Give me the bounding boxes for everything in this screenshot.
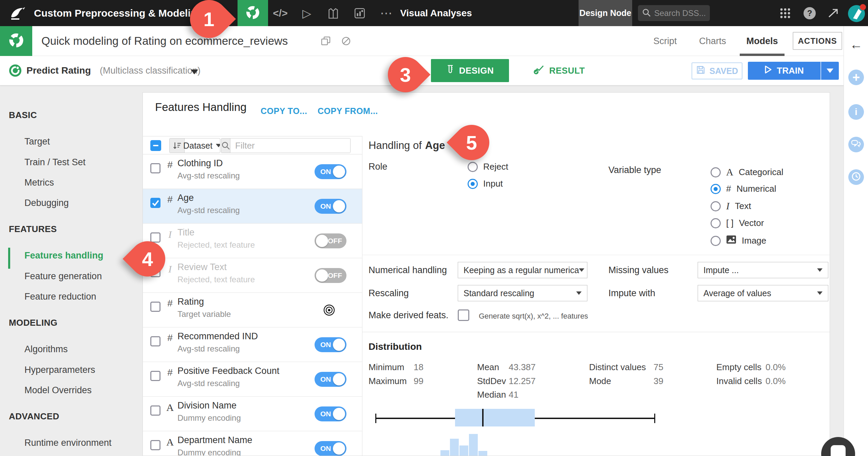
filter-input[interactable] <box>230 138 351 153</box>
missing-values-select[interactable]: Impute ... <box>698 262 828 278</box>
row-checkbox[interactable] <box>150 198 161 208</box>
result-tab-button[interactable]: RESULT <box>525 56 593 85</box>
feature-toggle[interactable]: OFF <box>315 233 346 248</box>
sidebar-item-algorithms[interactable]: Algorithms <box>24 344 68 355</box>
feature-toggle[interactable]: OFF <box>315 268 346 283</box>
rescaling-select[interactable]: Standard rescaling <box>458 285 587 301</box>
numeric-type-icon: # <box>165 367 175 378</box>
vtype-option-image[interactable]: Image <box>711 235 766 246</box>
feature-row-age[interactable]: # Age Avg-std rescaling ON <box>143 189 362 224</box>
chevron-down-icon <box>216 144 220 147</box>
notebook-dashboard-icon[interactable] <box>347 0 372 26</box>
user-avatar[interactable] <box>848 4 867 22</box>
row-checkbox[interactable] <box>150 163 161 173</box>
histogram-bar <box>440 450 449 456</box>
trend-arrow-icon[interactable] <box>821 0 846 26</box>
help-icon[interactable]: ? <box>797 0 822 26</box>
actions-button[interactable]: ACTIONS <box>793 32 842 50</box>
feature-toggle[interactable]: ON <box>315 372 346 387</box>
train-dropdown-caret[interactable] <box>821 62 839 80</box>
copy-from-link[interactable]: COPY FROM... <box>318 106 378 116</box>
duplicate-icon[interactable] <box>316 26 335 56</box>
chevron-down-icon <box>817 291 823 295</box>
derived-feats-checkbox[interactable] <box>458 309 469 321</box>
role-option-input[interactable]: Input <box>468 178 503 189</box>
feature-row-division-name[interactable]: A Division Name Dummy encoding ON <box>143 397 362 431</box>
feature-row-department-name[interactable]: A Department Name Dummy encoding ON <box>143 431 362 456</box>
saved-button[interactable]: SAVED <box>692 62 742 79</box>
sidebar-item-train-test-set[interactable]: Train / Test Set <box>24 157 86 168</box>
sidebar-section-modeling: MODELING <box>9 318 57 328</box>
vtype-option-vector[interactable]: [ ] Vector <box>711 218 764 228</box>
sort-button[interactable] <box>170 138 185 153</box>
feature-row-title[interactable]: I Title Rejected, text feature OFF <box>143 224 362 258</box>
dataset-select[interactable]: Dataset <box>185 138 220 153</box>
circle-slash-icon[interactable] <box>337 26 356 56</box>
feature-row-positive-feedback-count[interactable]: # Positive Feedback Count Avg-std rescal… <box>143 362 362 397</box>
model-name[interactable]: Predict Rating <box>26 56 91 85</box>
numerical-handling-select[interactable]: Keeping as a regular numerica <box>458 262 587 278</box>
tab-models[interactable]: Models <box>741 26 783 56</box>
train-button[interactable]: TRAIN <box>748 62 821 80</box>
derived-feats-label: Make derived feats. <box>369 310 449 321</box>
vtype-option-text[interactable]: I Text <box>711 201 751 212</box>
row-checkbox[interactable] <box>150 371 161 381</box>
stat-label: Empty cells <box>716 362 761 373</box>
clock-icon <box>851 171 861 183</box>
feature-toggle[interactable]: ON <box>315 164 346 179</box>
feature-row-recommended-ind[interactable]: # Recommended IND Avg-std rescaling ON <box>143 327 362 362</box>
discussions-button[interactable] <box>848 137 864 152</box>
sidebar-item-features-handling[interactable]: Features handling <box>24 250 103 261</box>
sidebar-item-target[interactable]: Target <box>24 136 50 147</box>
role-option-reject[interactable]: Reject <box>468 162 508 172</box>
sidebar-item-metrics[interactable]: Metrics <box>24 177 54 188</box>
row-checkbox[interactable] <box>150 440 161 450</box>
sidebar-item-runtime-environment[interactable]: Runtime environment <box>24 438 112 448</box>
floppy-save-icon <box>696 65 705 77</box>
select-all-checkbox[interactable] <box>150 140 161 151</box>
run-play-icon[interactable]: ▷ <box>295 0 319 26</box>
dataiku-bird-logo-icon[interactable] <box>9 5 25 23</box>
lab-coat-icon[interactable] <box>321 0 345 26</box>
sidebar-item-debugging[interactable]: Debugging <box>24 198 69 208</box>
visual-analysis-tile[interactable] <box>238 0 268 26</box>
feature-toggle[interactable]: ON <box>315 406 346 421</box>
distribution-title: Distribution <box>369 341 422 352</box>
feature-toggle[interactable]: ON <box>315 337 346 352</box>
tab-script[interactable]: Script <box>646 26 684 56</box>
feature-toggle[interactable]: ON <box>315 199 346 214</box>
info-button[interactable]: i <box>848 104 864 120</box>
row-checkbox[interactable] <box>150 232 161 243</box>
row-checkbox[interactable] <box>150 405 161 416</box>
sidebar-item-model-overrides[interactable]: Model Overrides <box>24 385 92 396</box>
collapse-back-arrow[interactable]: ← <box>844 36 868 53</box>
vtype-option-numerical[interactable]: # Numerical <box>711 184 776 194</box>
design-node-badge[interactable]: Design Node <box>579 0 632 26</box>
row-checkbox[interactable] <box>150 336 161 346</box>
copy-to-link[interactable]: COPY TO... <box>261 106 307 116</box>
stat-value: 18 <box>414 362 423 373</box>
search-input[interactable] <box>654 8 705 18</box>
feature-row-rating[interactable]: # Rating Target variable <box>143 293 362 327</box>
add-button[interactable]: + <box>848 70 864 85</box>
model-dropdown-caret[interactable] <box>191 70 198 74</box>
vtype-option-categorical[interactable]: A Categorical <box>711 167 783 178</box>
impute-with-select[interactable]: Average of values <box>698 285 828 301</box>
sidebar-section-features: FEATURES <box>9 224 57 234</box>
feature-list: # Clothing ID Avg-std rescaling ON # Age… <box>143 154 362 456</box>
feature-toggle[interactable]: ON <box>315 441 346 456</box>
tab-charts[interactable]: Charts <box>694 26 731 56</box>
history-clock-button[interactable] <box>848 169 864 185</box>
row-checkbox[interactable] <box>150 302 161 312</box>
code-icon[interactable]: </> <box>268 0 293 26</box>
apps-grid-icon[interactable] <box>773 0 797 26</box>
global-search[interactable] <box>638 5 710 21</box>
feature-row-review-text[interactable]: I Review Text Rejected, text feature OFF <box>143 258 362 293</box>
stat-value: 0.0% <box>766 362 786 373</box>
sidebar-item-hyperparameters[interactable]: Hyperparameters <box>24 365 95 375</box>
design-tab-button[interactable]: DESIGN <box>431 59 509 82</box>
stat-value: 75 <box>654 362 663 373</box>
feature-row-clothing-id[interactable]: # Clothing ID Avg-std rescaling ON <box>143 154 362 189</box>
sidebar-item-feature-generation[interactable]: Feature generation <box>24 271 102 282</box>
sidebar-item-feature-reduction[interactable]: Feature reduction <box>24 291 96 302</box>
